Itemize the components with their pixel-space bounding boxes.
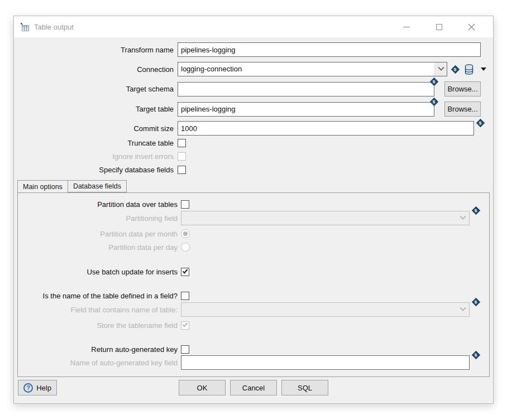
table-name-in-field-checkbox[interactable] — [181, 292, 189, 300]
target-table-label: Target table — [14, 105, 178, 113]
partitioning-field-label: Partitioning field — [18, 214, 181, 223]
transform-name-input[interactable] — [178, 42, 481, 57]
minimize-button[interactable] — [403, 23, 410, 31]
connection-combo[interactable]: logging-connection — [178, 62, 447, 76]
help-button-label: Help — [36, 384, 51, 392]
target-schema-label: Target schema — [14, 85, 178, 93]
partition-data-checkbox[interactable] — [181, 200, 189, 209]
table-name-in-field-row: Is the name of the table defined in a fi… — [18, 292, 489, 300]
store-tablename-checkbox — [181, 321, 189, 330]
options-tab-folder: Main options Database fields Partition d… — [17, 180, 490, 377]
main-options-panel: Partition data over tables Partitioning … — [17, 192, 490, 377]
return-auto-key-label: Return auto-generated key — [18, 345, 181, 354]
database-icon[interactable] — [465, 64, 473, 75]
variable-icon[interactable]: $ — [451, 65, 460, 74]
ignore-insert-errors-row: Ignore insert errors — [14, 152, 493, 161]
field-contains-table-name-dropdown-button — [457, 303, 469, 316]
batch-update-label: Use batch update for inserts — [18, 268, 181, 276]
ignore-insert-errors-label: Ignore insert errors — [14, 152, 178, 161]
sql-button[interactable]: SQL — [281, 380, 328, 395]
partition-per-day-radio — [181, 243, 190, 252]
chevron-down-icon — [438, 65, 444, 71]
check-icon — [183, 268, 188, 273]
radio-dot-icon — [183, 231, 188, 236]
help-icon: ? — [23, 383, 33, 393]
help-button[interactable]: ? Help — [18, 380, 57, 395]
commit-size-input[interactable] — [178, 121, 474, 136]
partitioning-field-value — [181, 211, 457, 225]
commit-size-label: Commit size — [14, 124, 178, 133]
field-contains-table-name-value — [181, 303, 457, 316]
connection-label: Connection — [14, 65, 178, 74]
variable-icon[interactable]: $ — [476, 119, 485, 128]
specify-database-fields-label: Specify database fields — [14, 166, 178, 174]
connection-value: logging-connection — [178, 62, 434, 76]
transform-name-row: Transform name — [14, 42, 493, 57]
chevron-down-icon — [460, 214, 466, 220]
table-name-in-field-label: Is the name of the table defined in a fi… — [18, 292, 181, 300]
specify-database-fields-checkbox[interactable] — [178, 166, 186, 174]
transform-name-label: Transform name — [14, 46, 178, 54]
cancel-button[interactable]: Cancel — [230, 380, 277, 395]
close-icon — [468, 23, 475, 31]
tab-database-fields[interactable]: Database fields — [68, 180, 127, 192]
ignore-insert-errors-checkbox — [178, 152, 186, 161]
batch-update-checkbox[interactable] — [181, 268, 189, 276]
close-button[interactable] — [467, 23, 475, 31]
target-schema-browse-button[interactable]: Browse... — [444, 81, 481, 96]
partitioning-field-row: Partitioning field $ — [18, 211, 489, 225]
partition-per-day-label: Partition data per day — [18, 243, 181, 252]
button-bar: ? Help OK Cancel SQL — [14, 380, 493, 395]
partition-per-month-label: Partition data per month — [18, 230, 181, 238]
field-contains-table-name-combo — [181, 302, 470, 317]
ok-button[interactable]: OK — [179, 380, 226, 395]
store-tablename-label: Store the tablename field — [18, 321, 181, 330]
return-auto-key-checkbox[interactable] — [181, 345, 189, 354]
partition-data-row: Partition data over tables — [18, 200, 489, 209]
window-title: Table output — [34, 23, 74, 31]
chevron-down-icon — [460, 305, 466, 311]
truncate-table-row: Truncate table — [14, 139, 493, 147]
target-table-browse-button[interactable]: Browse... — [444, 102, 481, 117]
partition-data-label: Partition data over tables — [18, 200, 181, 209]
partitioning-field-combo — [181, 211, 470, 225]
partition-per-day-row: Partition data per day — [18, 243, 489, 252]
return-auto-key-row: Return auto-generated key — [18, 345, 489, 354]
batch-update-row: Use batch update for inserts — [18, 268, 489, 276]
truncate-table-checkbox[interactable] — [178, 139, 186, 147]
connection-dropdown-button[interactable] — [434, 62, 447, 76]
tab-main-options[interactable]: Main options — [17, 180, 68, 193]
tab-strip: Main options Database fields — [17, 180, 490, 192]
target-schema-row: Target schema $ Browse... — [14, 81, 493, 96]
auto-key-field-input[interactable] — [181, 355, 470, 370]
partitioning-field-dropdown-button — [457, 211, 469, 225]
target-table-input[interactable] — [178, 102, 434, 117]
target-table-row: Target table $ Browse... — [14, 102, 493, 117]
check-icon — [183, 321, 188, 327]
maximize-button[interactable] — [435, 23, 443, 31]
table-output-step-icon — [20, 22, 30, 32]
connection-menu-arrow-icon[interactable] — [481, 67, 486, 71]
store-tablename-row: Store the tablename field — [18, 321, 489, 330]
target-schema-input[interactable] — [178, 82, 434, 96]
partition-per-month-row: Partition data per month — [18, 229, 489, 238]
table-output-dialog: Table output Transform name Connection l… — [13, 16, 494, 404]
commit-size-row: Commit size $ — [14, 121, 493, 136]
minimize-icon — [403, 27, 410, 27]
partition-per-month-radio — [181, 229, 190, 238]
field-contains-table-name-label: Field that contains name of table: — [18, 306, 181, 314]
auto-key-field-label: Name of auto-generated key field — [18, 359, 181, 367]
truncate-table-label: Truncate table — [14, 139, 178, 147]
field-contains-table-name-row: Field that contains name of table: $ — [18, 302, 489, 317]
maximize-icon — [436, 24, 442, 30]
titlebar: Table output — [14, 16, 493, 37]
connection-row: Connection logging-connection $ — [14, 62, 493, 76]
auto-key-field-row: Name of auto-generated key field $ — [18, 355, 489, 370]
specify-database-fields-row: Specify database fields — [14, 166, 493, 174]
